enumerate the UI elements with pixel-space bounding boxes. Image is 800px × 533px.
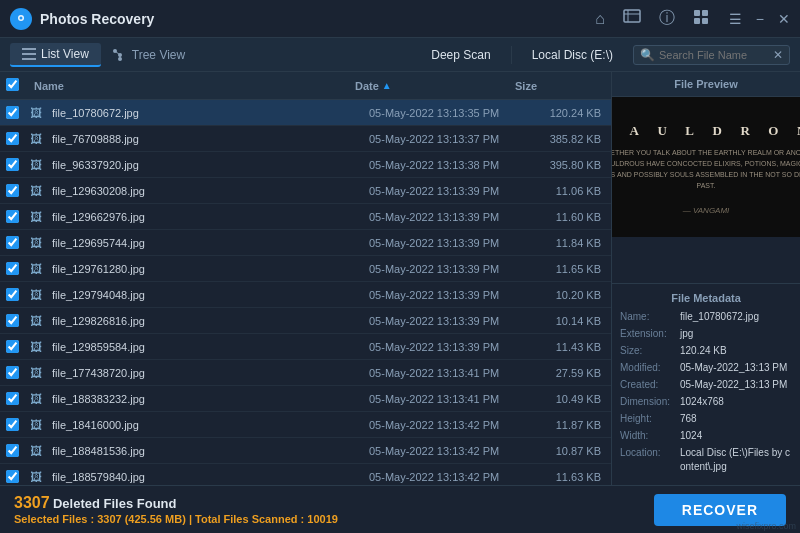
deleted-count: 3307 — [14, 494, 50, 511]
preview-canvas — [612, 97, 800, 237]
row-name: file_188481536.jpg — [52, 445, 365, 457]
svg-rect-7 — [702, 10, 708, 16]
minimize-icon[interactable]: − — [756, 11, 764, 27]
row-date: 05-May-2022 13:13:39 PM — [365, 263, 525, 275]
right-panel: File Preview File Metadata Name:file_107… — [612, 72, 800, 485]
table-row[interactable]: 🖼 file_177438720.jpg 05-May-2022 13:13:4… — [0, 360, 611, 386]
row-checkbox[interactable] — [6, 366, 19, 379]
row-date: 05-May-2022 13:13:38 PM — [365, 159, 525, 171]
file-icon: 🖼 — [30, 470, 42, 484]
row-checkbox[interactable] — [6, 470, 19, 483]
table-row[interactable]: 🖼 file_129761280.jpg 05-May-2022 13:13:3… — [0, 256, 611, 282]
file-table-body[interactable]: 🖼 file_10780672.jpg 05-May-2022 13:13:35… — [0, 100, 611, 485]
svg-rect-3 — [624, 10, 640, 22]
row-size: 11.63 KB — [525, 471, 605, 483]
deep-scan-btn[interactable]: Deep Scan — [423, 45, 498, 65]
row-checkbox[interactable] — [6, 236, 19, 249]
file-icon: 🖼 — [30, 418, 42, 432]
preview-header: File Preview — [612, 72, 800, 97]
file-icon: 🖼 — [30, 340, 42, 354]
app-title: Photos Recovery — [40, 11, 595, 27]
scan-icon[interactable] — [623, 9, 641, 29]
search-input[interactable] — [659, 49, 769, 61]
file-icon: 🖼 — [30, 314, 42, 328]
list-view-tab[interactable]: List View — [10, 43, 101, 67]
row-size: 395.80 KB — [525, 159, 605, 171]
menu-icon[interactable]: ☰ — [729, 11, 742, 27]
table-row[interactable]: 🖼 file_129630208.jpg 05-May-2022 13:13:3… — [0, 178, 611, 204]
row-date: 05-May-2022 13:13:39 PM — [365, 289, 525, 301]
row-size: 11.43 KB — [525, 341, 605, 353]
row-name: file_129761280.jpg — [52, 263, 365, 275]
file-icon: 🖼 — [30, 444, 42, 458]
table-row[interactable]: 🖼 file_129826816.jpg 05-May-2022 13:13:3… — [0, 308, 611, 334]
tree-view-tab[interactable]: Tree View — [101, 44, 197, 66]
row-checkbox[interactable] — [6, 444, 19, 457]
file-icon: 🖼 — [30, 262, 42, 276]
row-date: 05-May-2022 13:13:41 PM — [365, 367, 525, 379]
table-row[interactable]: 🖼 file_96337920.jpg 05-May-2022 13:13:38… — [0, 152, 611, 178]
row-checkbox[interactable] — [6, 340, 19, 353]
window-controls: ☰ − ✕ — [729, 11, 790, 27]
table-row[interactable]: 🖼 file_76709888.jpg 05-May-2022 13:13:37… — [0, 126, 611, 152]
row-name: file_129859584.jpg — [52, 341, 365, 353]
table-row[interactable]: 🖼 file_18416000.jpg 05-May-2022 13:13:42… — [0, 412, 611, 438]
row-name: file_177438720.jpg — [52, 367, 365, 379]
row-checkbox[interactable] — [6, 106, 19, 119]
metadata-section: File Metadata Name:file_10780672.jpgExte… — [612, 283, 800, 485]
row-date: 05-May-2022 13:13:42 PM — [365, 471, 525, 483]
table-row[interactable]: 🖼 file_188383232.jpg 05-May-2022 13:13:4… — [0, 386, 611, 412]
select-all-checkbox[interactable] — [6, 78, 19, 91]
nav-icons: ⌂ ⓘ — [595, 8, 709, 29]
table-row[interactable]: 🖼 file_129662976.jpg 05-May-2022 13:13:3… — [0, 204, 611, 230]
row-name: file_129826816.jpg — [52, 315, 365, 327]
row-size: 11.06 KB — [525, 185, 605, 197]
table-row[interactable]: 🖼 file_129859584.jpg 05-May-2022 13:13:3… — [0, 334, 611, 360]
view-bar: List View Tree View Deep Scan Local Disc… — [0, 38, 800, 72]
row-checkbox[interactable] — [6, 288, 19, 301]
row-size: 10.49 KB — [525, 393, 605, 405]
table-row[interactable]: 🖼 file_10780672.jpg 05-May-2022 13:13:35… — [0, 100, 611, 126]
svg-point-2 — [20, 16, 23, 19]
row-checkbox[interactable] — [6, 184, 19, 197]
svg-rect-6 — [694, 10, 700, 16]
table-row[interactable]: 🖼 file_129695744.jpg 05-May-2022 13:13:3… — [0, 230, 611, 256]
column-header-date[interactable]: Date ▲ — [351, 80, 511, 92]
table-row[interactable]: 🖼 file_188481536.jpg 05-May-2022 13:13:4… — [0, 438, 611, 464]
row-name: file_188383232.jpg — [52, 393, 365, 405]
table-row[interactable]: 🖼 file_129794048.jpg 05-May-2022 13:13:3… — [0, 282, 611, 308]
column-header-name[interactable]: Name — [30, 80, 351, 92]
table-row[interactable]: 🖼 file_188579840.jpg 05-May-2022 13:13:4… — [0, 464, 611, 485]
row-date: 05-May-2022 13:13:39 PM — [365, 341, 525, 353]
close-icon[interactable]: ✕ — [778, 11, 790, 27]
separator — [511, 46, 512, 64]
row-checkbox[interactable] — [6, 158, 19, 171]
row-checkbox[interactable] — [6, 392, 19, 405]
row-checkbox[interactable] — [6, 262, 19, 275]
deleted-count-label: 3307 Deleted Files Found — [14, 494, 654, 512]
search-close-icon[interactable]: ✕ — [773, 48, 783, 62]
row-size: 10.14 KB — [525, 315, 605, 327]
preview-section: File Preview — [612, 72, 800, 283]
app-icon — [10, 8, 32, 30]
row-checkbox[interactable] — [6, 132, 19, 145]
column-header-size[interactable]: Size — [511, 80, 591, 92]
deleted-label: Deleted Files Found — [53, 496, 177, 511]
row-checkbox[interactable] — [6, 210, 19, 223]
row-name: file_76709888.jpg — [52, 133, 365, 145]
file-icon: 🖼 — [30, 392, 42, 406]
row-checkbox[interactable] — [6, 418, 19, 431]
row-size: 385.82 KB — [525, 133, 605, 145]
apps-icon[interactable] — [693, 9, 709, 29]
local-disc-btn[interactable]: Local Disc (E:\) — [524, 45, 621, 65]
file-icon: 🖼 — [30, 288, 42, 302]
row-size: 27.59 KB — [525, 367, 605, 379]
info-icon[interactable]: ⓘ — [659, 8, 675, 29]
row-name: file_129695744.jpg — [52, 237, 365, 249]
metadata-row: Width:1024 — [620, 429, 792, 443]
metadata-row: Extension:jpg — [620, 327, 792, 341]
sort-arrow-icon: ▲ — [382, 80, 392, 91]
file-icon: 🖼 — [30, 106, 42, 120]
row-checkbox[interactable] — [6, 314, 19, 327]
home-icon[interactable]: ⌂ — [595, 10, 605, 28]
